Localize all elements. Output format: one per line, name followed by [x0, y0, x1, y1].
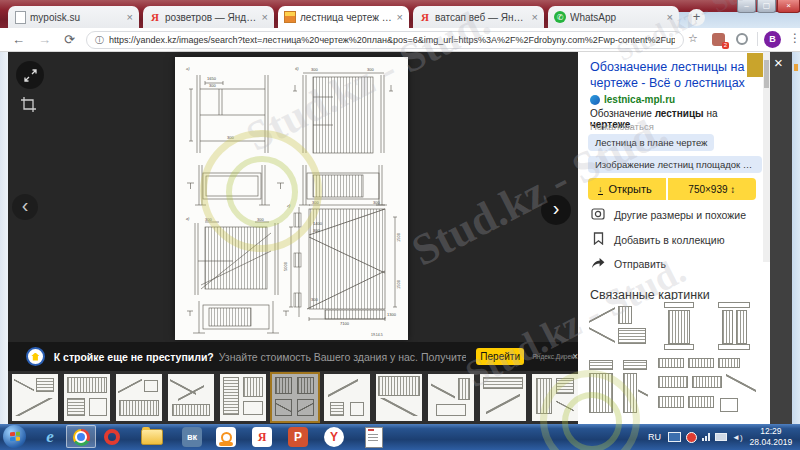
back-icon[interactable]: ← [12, 32, 25, 47]
viewer-right-overlay [770, 52, 792, 424]
svg-text:300: 300 [313, 228, 320, 233]
svg-text:300: 300 [209, 83, 216, 88]
odnoklassniki-icon[interactable] [214, 427, 238, 447]
related-image[interactable] [620, 358, 650, 416]
language-indicator[interactable]: RU [648, 432, 661, 442]
ad-title: К стройке еще не преступили? [54, 351, 214, 363]
tab-active-images[interactable]: лестница чертеж план: 11 тыс × [278, 6, 409, 28]
fullscreen-icon[interactable] [16, 61, 44, 89]
filmstrip-thumb-selected[interactable] [272, 374, 318, 421]
display-tray-icon[interactable] [668, 432, 681, 442]
open-label: Открыть [609, 183, 652, 195]
open-image-button[interactable]: ↓ Открыть 750×939 ↕ [588, 178, 756, 200]
related-image[interactable] [656, 356, 760, 424]
svg-text:300: 300 [311, 297, 318, 302]
report-link[interactable]: Пожаловаться [590, 121, 654, 132]
forward-icon[interactable]: → [38, 32, 51, 47]
svg-text:300: 300 [367, 67, 374, 72]
tab-close-icon[interactable]: × [397, 12, 403, 23]
taskbar-clock[interactable]: 12:29 28.04.2019 [750, 426, 793, 447]
new-tab-button[interactable]: + [688, 9, 705, 26]
yandex-browser-icon[interactable]: Я [250, 427, 274, 447]
filmstrip-thumb[interactable] [168, 374, 214, 421]
ad-go-button[interactable]: Перейти [476, 348, 524, 365]
search-image-icon [590, 208, 606, 222]
ad-banner[interactable]: К стройке еще не преступили? Узнайте сто… [8, 342, 578, 371]
filmstrip-thumb[interactable] [428, 374, 474, 421]
page-edge-strip [0, 52, 8, 424]
recorder-tray-icon[interactable] [686, 432, 697, 443]
related-image[interactable] [588, 303, 650, 349]
internet-explorer-icon[interactable]: e [38, 427, 62, 447]
tab-title: ватсап веб — Яндекс: нашлось [435, 12, 528, 23]
tab-mypoisk[interactable]: mypoisk.su × [8, 6, 139, 28]
previous-image-chevron[interactable]: ‹ [12, 194, 38, 220]
filmstrip-thumb[interactable] [64, 374, 110, 421]
system-tray: RU ◄) 12:29 28.04.2019 [648, 424, 800, 450]
result-title-link[interactable]: Обозначение лестницы на чертеже - Всё о … [590, 60, 752, 91]
ad-text: Узнайте стоимость Вашего здания у нас. П… [219, 351, 466, 363]
svg-text:1300: 1300 [387, 312, 397, 317]
similar-images-button[interactable]: Другие размеры и похожие [590, 208, 746, 222]
svg-text:5000: 5000 [283, 261, 288, 271]
opera-icon[interactable] [100, 427, 124, 447]
notes-app-icon[interactable] [362, 427, 386, 447]
add-to-collection-button[interactable]: Добавить в коллекцию [590, 232, 725, 247]
tag-chip[interactable]: Лестница в плане чертеж [588, 134, 714, 151]
chrome-icon[interactable] [69, 427, 93, 447]
scrollbar-thumb[interactable] [764, 60, 769, 88]
extension-icon-2[interactable] [736, 33, 748, 45]
related-image[interactable] [586, 358, 616, 416]
download-icon: ↓ [598, 184, 603, 195]
size-selector[interactable]: 750×939 ↕ [668, 184, 756, 195]
browser-scrollbar-strip[interactable] [792, 52, 800, 424]
volume-tray-icon[interactable]: ◄) [732, 433, 743, 442]
site-info-icon[interactable]: ⓘ [95, 34, 104, 47]
tab-close-icon[interactable]: × [667, 12, 673, 23]
tab-close-icon[interactable]: × [262, 12, 268, 23]
viewer-close-icon[interactable]: × [774, 54, 783, 71]
tab-whatsapp-search[interactable]: Я ватсап веб — Яндекс: нашлось × [413, 6, 544, 28]
viewed-image[interactable]: а) б) в) г) 1650 300 300 300 300 300 300… [175, 57, 408, 340]
tab-close-icon[interactable]: × [532, 12, 538, 23]
next-image-chevron[interactable]: › [541, 195, 571, 225]
vk-icon[interactable]: вк [180, 427, 204, 447]
window-minimize-button[interactable]: – [737, 0, 756, 13]
extension-badge: 2 [722, 42, 729, 49]
extension-icon[interactable]: 2 [712, 33, 725, 46]
share-button[interactable]: Отправить [590, 256, 666, 271]
window-close-button[interactable]: × [777, 0, 800, 13]
document-icon [14, 11, 26, 23]
svg-text:300: 300 [205, 217, 212, 222]
bookmark-star-icon[interactable]: ☆ [688, 32, 698, 45]
powerpoint-icon[interactable]: P [286, 427, 310, 447]
filmstrip-thumb[interactable] [376, 374, 422, 421]
tab-yandex-search[interactable]: Я розветров — Яндекс: нашлось × [143, 6, 274, 28]
filmstrip-thumb[interactable] [532, 374, 578, 421]
tag-chip[interactable]: Изображение лестниц площадок на черт... [588, 156, 762, 173]
filmstrip-thumb[interactable] [116, 374, 162, 421]
filmstrip-thumb[interactable] [480, 374, 526, 421]
power-tray-icon[interactable] [715, 433, 727, 441]
address-bar[interactable]: ⓘ https://yandex.kz/images/search?text=л… [86, 31, 684, 49]
profile-avatar[interactable]: B [764, 31, 781, 48]
yandex-app-icon[interactable]: Y [322, 427, 346, 447]
tab-whatsapp[interactable]: ✆ WhatsApp × [548, 6, 679, 28]
related-image[interactable] [710, 300, 758, 352]
start-button[interactable] [3, 425, 26, 448]
crop-icon[interactable] [21, 97, 36, 116]
window-maximize-button[interactable]: ▢ [757, 0, 776, 13]
browser-menu-icon[interactable]: ⋮ [789, 31, 800, 45]
filmstrip-thumb[interactable] [12, 374, 58, 421]
svg-text:300: 300 [373, 200, 380, 205]
tab-strip: mypoisk.su × Я розветров — Яндекс: нашло… [8, 6, 683, 28]
tab-close-icon[interactable]: × [127, 12, 133, 23]
filmstrip-thumb[interactable] [324, 374, 370, 421]
source-site-link[interactable]: lestnica-mpl.ru [590, 94, 675, 105]
file-explorer-icon[interactable] [140, 427, 164, 447]
thumbnail-strip [8, 371, 578, 424]
reload-icon[interactable]: ⟳ [64, 32, 75, 47]
filmstrip-thumb[interactable] [220, 374, 266, 421]
related-image[interactable] [656, 300, 702, 352]
network-tray-icon[interactable] [702, 433, 710, 441]
